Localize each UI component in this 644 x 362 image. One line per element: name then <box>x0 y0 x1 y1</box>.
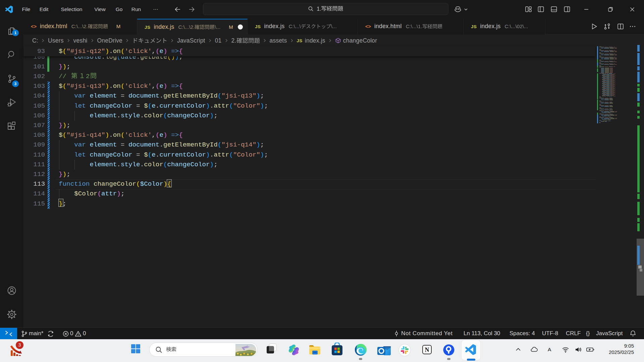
svg-text:N: N <box>425 347 429 353</box>
